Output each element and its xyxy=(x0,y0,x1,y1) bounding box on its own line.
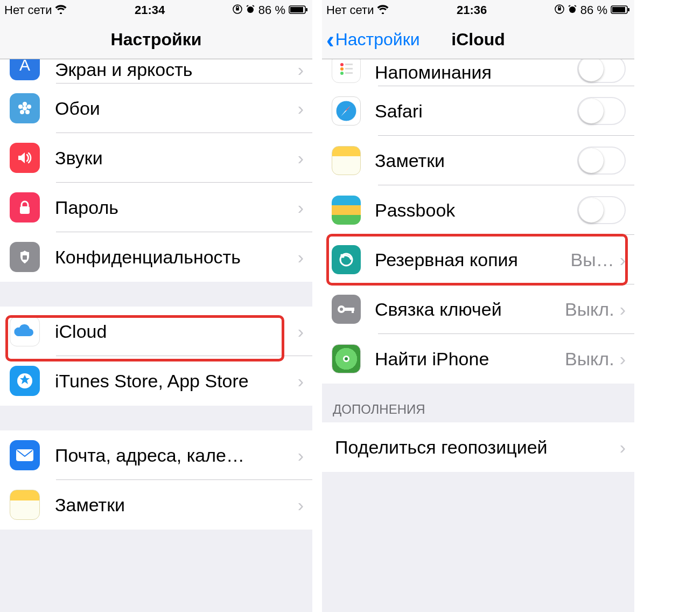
passbook-icon xyxy=(332,196,361,225)
row-label: Passbook xyxy=(375,200,577,221)
row-keychain[interactable]: Связка ключей Выкл. › xyxy=(322,284,634,334)
svg-rect-20 xyxy=(612,7,625,12)
svg-point-7 xyxy=(27,105,31,109)
navbar: ‹ Настройки iCloud xyxy=(322,20,634,59)
row-passbook[interactable]: Passbook xyxy=(322,185,634,235)
svg-rect-1 xyxy=(236,8,239,11)
chevron-icon: › xyxy=(298,371,304,392)
row-findmy[interactable]: Найти iPhone Выкл. › xyxy=(322,334,634,384)
toggle-notes[interactable] xyxy=(577,147,626,175)
row-label: Обои xyxy=(55,98,292,119)
navbar: Настройки xyxy=(0,20,312,59)
notes-icon xyxy=(10,490,40,520)
chevron-icon: › xyxy=(298,197,304,218)
battery-icon xyxy=(611,3,630,17)
back-button[interactable]: ‹ Настройки xyxy=(326,28,420,52)
backup-icon xyxy=(332,245,361,274)
row-value: Вы… xyxy=(571,249,614,270)
row-reminders[interactable]: Напоминания xyxy=(375,62,577,83)
row-value: Выкл. xyxy=(565,299,614,320)
notes-icon xyxy=(332,146,361,175)
row-itunes[interactable]: iTunes Store, App Store › xyxy=(0,356,312,406)
row-label: Почта, адреса, кале… xyxy=(55,445,292,466)
settings-screen: Нет сети 21:34 86 % Настройки xyxy=(0,0,312,612)
row-wallpaper[interactable]: Обои › xyxy=(0,84,312,133)
svg-rect-12 xyxy=(20,206,30,214)
carrier-label: Нет сети xyxy=(4,3,52,17)
wallpaper-icon xyxy=(10,93,40,123)
clock: 21:34 xyxy=(67,3,232,17)
section-header: ДОПОЛНЕНИЯ xyxy=(322,384,634,422)
row-backup[interactable]: Резервная копия Вы… › xyxy=(322,235,634,284)
page-title: Настройки xyxy=(111,30,202,50)
chevron-icon: › xyxy=(298,495,304,516)
appstore-icon xyxy=(10,366,40,396)
chevron-icon: › xyxy=(298,148,304,169)
row-label: Пароль xyxy=(55,197,292,218)
alarm-icon xyxy=(246,3,255,17)
row-value: Выкл. xyxy=(565,349,614,370)
row-passcode[interactable]: Пароль › xyxy=(0,183,312,232)
toggle-passbook[interactable] xyxy=(577,196,626,224)
keychain-icon xyxy=(332,295,361,324)
row-icloud[interactable]: iCloud › xyxy=(0,307,312,356)
row-label: Safari xyxy=(375,101,577,122)
chevron-icon: › xyxy=(298,59,304,80)
display-icon: A xyxy=(10,59,40,80)
chevron-icon: › xyxy=(298,247,304,268)
svg-point-10 xyxy=(18,105,23,109)
back-label: Настройки xyxy=(335,30,420,50)
toggle-safari[interactable] xyxy=(577,97,626,125)
row-notes[interactable]: Заметки xyxy=(322,136,634,185)
chevron-left-icon: ‹ xyxy=(326,28,334,52)
row-mail[interactable]: Почта, адреса, кале… › xyxy=(0,430,312,480)
row-label: Найти iPhone xyxy=(375,349,561,370)
icloud-icon xyxy=(10,316,40,346)
safari-icon xyxy=(332,96,361,126)
svg-point-32 xyxy=(340,308,343,311)
mail-icon xyxy=(10,440,40,470)
svg-rect-25 xyxy=(345,64,353,65)
row-share-location[interactable]: Поделиться геопозицией › xyxy=(322,422,634,472)
chevron-icon: › xyxy=(620,349,626,370)
row-privacy[interactable]: Конфиденциальность › xyxy=(0,232,312,282)
wifi-icon xyxy=(55,3,67,17)
row-label: Звуки xyxy=(55,148,292,169)
svg-point-18 xyxy=(569,6,576,13)
svg-point-36 xyxy=(345,357,348,360)
chevron-icon: › xyxy=(620,437,626,458)
row-label: Поделиться геопозицией xyxy=(335,437,614,458)
orientation-lock-icon xyxy=(555,3,564,17)
passcode-icon xyxy=(10,192,40,222)
svg-point-9 xyxy=(20,110,24,114)
svg-point-23 xyxy=(340,67,344,71)
svg-rect-27 xyxy=(345,72,353,74)
toggle-reminders[interactable] xyxy=(577,59,626,83)
icloud-screen: Нет сети 21:36 86 % ‹ xyxy=(322,0,634,612)
reminders-icon xyxy=(332,59,361,83)
page-title: iCloud xyxy=(451,30,505,50)
row-label: iTunes Store, App Store xyxy=(55,371,292,392)
svg-rect-4 xyxy=(290,7,303,12)
battery-icon xyxy=(289,3,308,17)
svg-point-6 xyxy=(23,102,27,106)
svg-rect-26 xyxy=(345,68,353,69)
row-sounds[interactable]: Звуки › xyxy=(0,133,312,183)
carrier-label: Нет сети xyxy=(326,3,374,17)
row-display[interactable]: Экран и яркость xyxy=(55,59,292,80)
row-label: iCloud xyxy=(55,321,292,342)
battery-percent: 86 % xyxy=(580,3,607,17)
svg-rect-5 xyxy=(306,8,307,11)
battery-percent: 86 % xyxy=(258,3,285,17)
row-label: Связка ключей xyxy=(375,299,561,320)
chevron-icon: › xyxy=(620,249,626,270)
chevron-icon: › xyxy=(620,299,626,320)
svg-point-2 xyxy=(247,6,254,13)
alarm-icon xyxy=(568,3,577,17)
status-bar: Нет сети 21:36 86 % xyxy=(322,0,634,20)
privacy-icon xyxy=(10,242,40,272)
row-safari[interactable]: Safari xyxy=(322,86,634,136)
row-notes[interactable]: Заметки › xyxy=(0,480,312,530)
chevron-icon: › xyxy=(298,321,304,342)
svg-point-8 xyxy=(25,110,30,114)
